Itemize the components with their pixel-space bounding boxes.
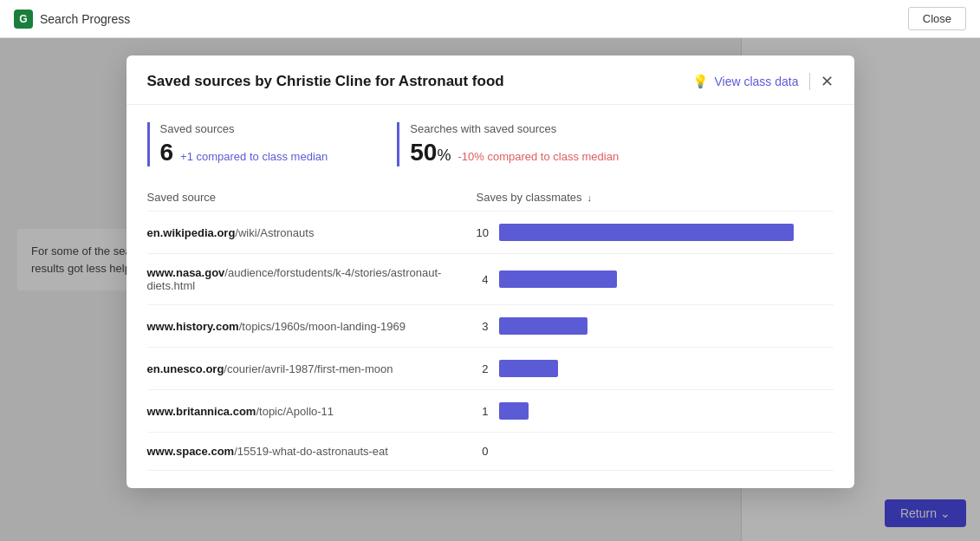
source-path: /topics/1960s/moon-landing-1969: [239, 320, 406, 333]
table-body: en.wikipedia.org/wiki/Astronauts 10 www.…: [147, 212, 834, 471]
sort-icon[interactable]: ↓: [587, 192, 593, 203]
bar-wrap: [499, 317, 834, 335]
source-url: www.britannica.com/topic/Apollo-11: [147, 405, 477, 418]
saves-bar: [499, 224, 794, 241]
saves-bar: [499, 402, 529, 420]
table-row: en.unesco.org/courier/avril-1987/first-m…: [147, 348, 834, 390]
saves-bar: [499, 270, 617, 288]
saves-num: 2: [477, 362, 489, 375]
saves-col: 1: [477, 402, 834, 420]
top-bar: G Search Progress Close: [0, 0, 980, 38]
saved-sources-value-row: 6 +1 compared to class median: [160, 139, 328, 166]
searches-value: 50%: [410, 139, 451, 166]
source-url: en.unesco.org/courier/avril-1987/first-m…: [147, 362, 477, 375]
source-domain: www.nasa.gov: [147, 266, 225, 279]
modal-dialog: Saved sources by Christie Cline for Astr…: [127, 55, 854, 488]
source-domain: www.history.com: [147, 320, 239, 333]
col-header-saves: Saves by classmates ↓: [477, 191, 834, 204]
searches-label: Searches with saved sources: [410, 122, 619, 135]
stats-row: Saved sources 6 +1 compared to class med…: [127, 105, 854, 184]
source-url: www.space.com/15519-what-do-astronauts-e…: [147, 445, 477, 458]
bar-wrap: [499, 224, 834, 241]
saves-col: 4: [477, 270, 834, 288]
saved-sources-compare: +1 compared to class median: [180, 150, 328, 163]
modal-close-icon[interactable]: ✕: [821, 74, 834, 89]
saves-num: 1: [477, 405, 489, 418]
saves-col: 0: [477, 445, 834, 458]
source-path: /topic/Apollo-11: [256, 405, 334, 418]
col-header-source: Saved source: [147, 191, 477, 204]
saves-num: 3: [477, 320, 489, 333]
table-row: www.history.com/topics/1960s/moon-landin…: [147, 305, 834, 348]
saves-num: 0: [477, 445, 489, 458]
table-header: Saved source Saves by classmates ↓: [147, 184, 834, 212]
source-domain: en.unesco.org: [147, 362, 224, 375]
saves-num: 4: [477, 273, 489, 286]
saved-sources-stat: Saved sources 6 +1 compared to class med…: [147, 122, 363, 166]
table-row: www.nasa.gov/audience/forstudents/k-4/st…: [147, 254, 834, 305]
source-url: www.nasa.gov/audience/forstudents/k-4/st…: [147, 266, 477, 292]
view-class-data-button[interactable]: 💡 View class data: [692, 74, 798, 89]
header-divider: [809, 73, 810, 90]
source-path: /wiki/Astronauts: [235, 226, 314, 239]
saves-col: 3: [477, 317, 834, 335]
lightbulb-icon: 💡: [692, 74, 709, 89]
saved-sources-value: 6: [160, 139, 174, 166]
bar-wrap: [499, 402, 834, 420]
source-url: en.wikipedia.org/wiki/Astronauts: [147, 226, 477, 239]
source-path: /courier/avril-1987/first-men-moon: [224, 362, 393, 375]
saves-bar: [499, 317, 587, 335]
top-bar-left: G Search Progress: [14, 10, 130, 29]
modal-header-actions: 💡 View class data ✕: [692, 73, 833, 90]
source-domain: www.britannica.com: [147, 405, 256, 418]
top-bar-close-button[interactable]: Close: [908, 7, 966, 30]
table-row: www.space.com/15519-what-do-astronauts-e…: [147, 433, 834, 471]
modal-header: Saved sources by Christie Cline for Astr…: [127, 55, 854, 105]
saves-num: 10: [477, 226, 489, 239]
saves-col: 10: [477, 224, 834, 241]
app-icon: G: [14, 10, 33, 29]
source-domain: en.wikipedia.org: [147, 226, 236, 239]
source-domain: www.space.com: [147, 445, 235, 458]
table-row: www.britannica.com/topic/Apollo-11 1: [147, 390, 834, 433]
sources-table: Saved source Saves by classmates ↓ en.wi…: [127, 184, 854, 488]
searches-compare: -10% compared to class median: [458, 150, 619, 163]
source-path: /15519-what-do-astronauts-eat: [234, 445, 388, 458]
saves-col: 2: [477, 360, 834, 377]
saved-sources-label: Saved sources: [160, 122, 328, 135]
bar-wrap: [499, 270, 834, 288]
modal-overlay: Saved sources by Christie Cline for Astr…: [0, 38, 980, 541]
searches-stat: Searches with saved sources 50% -10% com…: [397, 122, 653, 166]
bar-wrap: [499, 360, 834, 377]
source-url: www.history.com/topics/1960s/moon-landin…: [147, 320, 477, 333]
saves-bar: [499, 360, 558, 377]
searches-value-row: 50% -10% compared to class median: [410, 139, 619, 166]
modal-title: Saved sources by Christie Cline for Astr…: [147, 73, 504, 90]
table-row: en.wikipedia.org/wiki/Astronauts 10: [147, 212, 834, 254]
view-class-data-label: View class data: [714, 75, 798, 88]
app-title: Search Progress: [40, 12, 130, 26]
